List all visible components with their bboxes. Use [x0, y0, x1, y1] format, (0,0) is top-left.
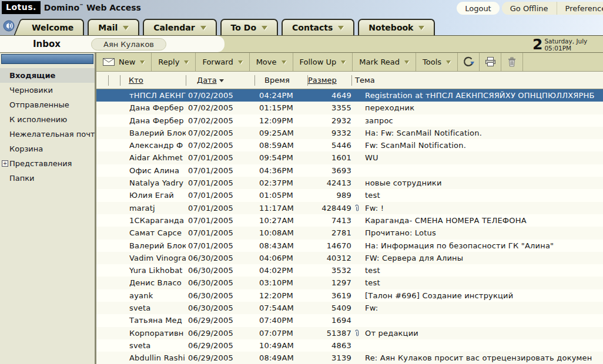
sidebar-header-bar[interactable]: [1, 54, 93, 64]
mail-row[interactable]: Natalya Yadry 07/01/2005 02:37PM 42413 н…: [96, 177, 603, 189]
row-subject: [362, 314, 603, 326]
row-sender: Дана Фербер: [120, 102, 186, 114]
header-size[interactable]: Размер: [307, 75, 351, 86]
row-time: 04:02PM: [254, 264, 307, 277]
tab[interactable]: Mail: [88, 19, 139, 35]
mail-row[interactable]: Самат Сарсе 07/01/2005 10:08AM 2781 Проч…: [96, 227, 603, 239]
row-size: 4863: [307, 339, 351, 352]
row-size: 3355: [307, 102, 351, 114]
folder-label: Корзина: [9, 144, 43, 153]
chevron-down-icon: [341, 60, 346, 64]
paperclip-icon: [354, 204, 360, 212]
row-sender: Abdullin Rashi: [120, 352, 186, 364]
mail-row[interactable]: Валерий Блок 07/02/2005 09:25AM 9332 На:…: [96, 127, 603, 139]
mail-row[interactable]: Дана Фербер 07/02/2005 12:09PM 2932 запр…: [96, 114, 603, 127]
sidebar-folder-item[interactable]: Папки: [0, 171, 95, 186]
row-date: 07/01/2005: [186, 227, 254, 239]
mail-row[interactable]: sveta 06/29/2005 10:49AM 4863: [96, 339, 603, 352]
refresh-button[interactable]: [458, 53, 480, 71]
go-offline-button[interactable]: Go Offline: [502, 2, 557, 15]
row-flag-cell: [96, 327, 108, 339]
speaker-icon[interactable]: [3, 20, 15, 32]
row-icon-cell: [108, 127, 120, 139]
toolbar-button[interactable]: New: [96, 53, 152, 71]
row-attachment-cell: [351, 189, 362, 201]
header-date[interactable]: Дата: [186, 75, 254, 86]
chevron-down-icon: [184, 60, 189, 64]
header-who[interactable]: Кто: [120, 75, 186, 86]
row-subject: Прочитано: Lotus: [362, 227, 603, 239]
row-date: 07/01/2005: [186, 202, 254, 214]
tab-label: Calendar: [153, 23, 195, 32]
mail-row[interactable]: Татьяна Мед 06/29/2005 07:40PM 1694: [96, 314, 603, 326]
mail-row[interactable]: Юлия Егай 07/01/2005 01:05PM 989 test: [96, 189, 603, 201]
row-icon-cell: [108, 89, 120, 102]
toolbar-button[interactable]: Reply: [152, 53, 196, 71]
mail-row[interactable]: Офис Алина 07/01/2005 04:36PM 3693: [96, 164, 603, 177]
toolbar-button[interactable]: Follow Up: [293, 53, 353, 71]
mail-row[interactable]: Aidar Akhmet 07/01/2005 09:54PM 1601 WU: [96, 151, 603, 164]
tab[interactable]: Welcome: [22, 19, 84, 35]
sidebar-folder-item[interactable]: Черновики: [0, 83, 95, 97]
row-date: 07/01/2005: [186, 240, 254, 252]
mail-row[interactable]: тНПСЛ АЕКНГ 07/02/2005 04:24PM 4649 Regi…: [96, 89, 603, 102]
mail-row[interactable]: 1СКараганда 07/01/2005 10:27AM 7413 Кара…: [96, 214, 603, 227]
folder-label: К исполнению: [9, 115, 67, 124]
date-line2: 05:01PM: [544, 45, 571, 52]
mail-row[interactable]: Vadim Vinogra 06/30/2005 04:06PM 40312 F…: [96, 252, 603, 264]
row-icon-cell: [108, 102, 120, 114]
sidebar-folder-item[interactable]: Корзина: [0, 141, 95, 156]
expand-plus-icon[interactable]: +: [2, 160, 8, 167]
toolbar-button-label: Forward: [202, 58, 233, 66]
toolbar-button[interactable]: Mark Read: [353, 53, 416, 71]
row-icon-cell: [108, 227, 120, 239]
row-size: 3619: [307, 289, 351, 302]
sidebar-folder-item[interactable]: + Представления: [0, 156, 95, 171]
mail-row[interactable]: Корпоративн 06/29/2005 07:07PM 51387 От …: [96, 327, 603, 339]
tab[interactable]: Calendar: [143, 19, 216, 35]
row-icon-cell: [108, 139, 120, 151]
row-attachment-cell: [351, 339, 362, 352]
sidebar-folder-item[interactable]: Отправленные: [0, 97, 95, 112]
row-time: 04:24PM: [254, 89, 307, 102]
row-sender: Aidar Akhmet: [120, 151, 186, 164]
sidebar-folder-item[interactable]: К исполнению: [0, 112, 95, 127]
tab[interactable]: Contacts: [282, 19, 354, 35]
row-sender: Дана Фербер: [120, 114, 186, 127]
mail-row[interactable]: Денис Власо 06/30/2005 03:10PM 1297 test: [96, 277, 603, 289]
mail-row[interactable]: maratj 07/01/2005 11:17AM 428449 Fw: !: [96, 202, 603, 214]
row-subject: Караганда- СМЕНА НОМЕРА ТЕЛЕФОНА: [362, 214, 603, 227]
mail-row[interactable]: Yura Likhobat 06/30/2005 04:02PM 3532 te…: [96, 264, 603, 277]
trash-icon: [508, 57, 516, 67]
mail-list: тНПСЛ АЕКНГ 07/02/2005 04:24PM 4649 Regi…: [96, 89, 603, 364]
row-subject: Fw:: [362, 302, 603, 314]
tab[interactable]: Notebook: [358, 19, 435, 35]
delete-button[interactable]: [501, 53, 523, 71]
row-sender: Юлия Егай: [120, 189, 186, 201]
mail-row[interactable]: Александр Ф 07/02/2005 08:59AM 5446 Fw: …: [96, 139, 603, 151]
mail-row[interactable]: Дана Фербер 07/02/2005 01:15PM 3355 пере…: [96, 102, 603, 114]
row-flag-cell: [96, 89, 108, 102]
tab[interactable]: To Do: [220, 19, 278, 35]
toolbar-button[interactable]: Move: [250, 53, 293, 71]
sidebar-folder-item[interactable]: Входящие: [0, 68, 95, 83]
row-sender: Александр Ф: [120, 139, 186, 151]
print-button[interactable]: [480, 53, 501, 71]
user-name-pill[interactable]: Аян Кулаков: [91, 38, 166, 50]
toolbar-button[interactable]: Forward: [196, 53, 249, 71]
mail-row[interactable]: sveta 06/30/2005 07:54AM 5409 Fw:: [96, 302, 603, 314]
mail-row[interactable]: Валерий Блок 07/01/2005 08:43AM 14670 На…: [96, 240, 603, 252]
chevron-down-icon: [140, 60, 145, 64]
mail-row[interactable]: ayank 06/30/2005 12:20PM 3619 [Талон #69…: [96, 289, 603, 302]
row-subject: [362, 339, 603, 352]
mail-row[interactable]: Abdullin Rashi 06/29/2005 08:49AM 3139 R…: [96, 352, 603, 364]
sidebar-folder-item[interactable]: Нежелательная почта: [0, 127, 95, 141]
row-date: 06/30/2005: [186, 277, 254, 289]
preferences-button[interactable]: Preferences: [557, 2, 603, 15]
toolbar-button-label: Follow Up: [300, 58, 337, 66]
row-date: 07/01/2005: [186, 177, 254, 189]
toolbar-button-label: Mark Read: [359, 58, 400, 66]
toolbar-button[interactable]: Tools: [416, 53, 458, 71]
logout-button[interactable]: Logout: [457, 2, 500, 15]
row-size: 9332: [307, 127, 351, 139]
